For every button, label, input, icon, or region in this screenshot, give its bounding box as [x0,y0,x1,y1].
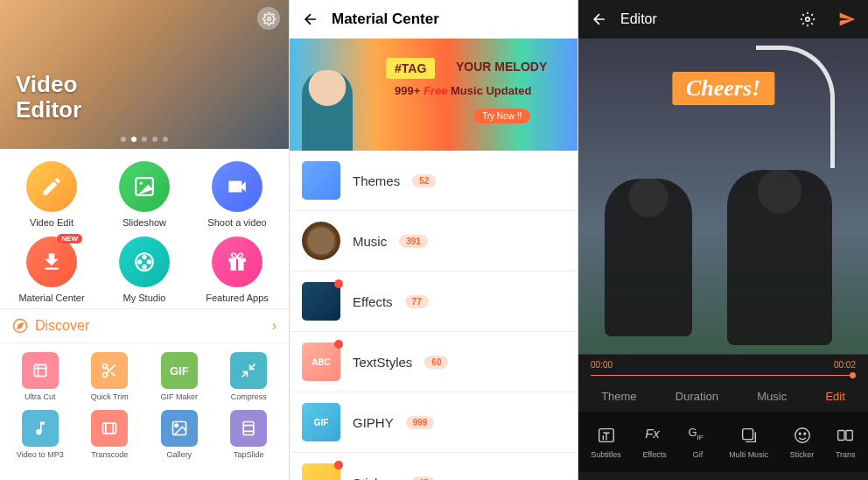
count-badge: 52 [412,174,436,187]
material-list: Themes52 Music391 Effects77 ABCTextStyle… [290,151,578,480]
icon-label: Video Edit [30,217,74,228]
count-badge: 60 [424,356,448,369]
transition-icon [836,426,855,445]
material-header: Material Center [290,0,578,39]
scissors-icon [101,362,118,379]
header-title: Material Center [332,11,439,28]
icon-label: Featured Apps [206,293,269,303]
banner-tag: #TAG [386,58,435,79]
gift-icon [226,251,248,273]
settings-button[interactable] [257,7,280,30]
back-button[interactable] [302,11,319,28]
download-icon [40,251,63,273]
svg-rect-27 [846,431,852,441]
svg-rect-10 [236,258,238,271]
compass-icon [12,318,28,334]
svg-rect-13 [34,364,46,376]
svg-point-14 [103,364,108,369]
list-item-giphy[interactable]: GIFGIPHY999 [290,392,578,453]
video-edit-button[interactable]: Video Edit [7,161,96,228]
video-to-mp3-button[interactable]: Video to MP3 [7,410,74,459]
editor-panel: Editor Cheers! 00:00 00:02 Theme Duratio… [578,0,868,480]
main-icon-grid: Video Edit Slideshow Shoot a video NEW M… [0,149,289,308]
list-item-music[interactable]: Music391 [290,211,578,272]
gif-maker-button[interactable]: GIFGIF Maker [146,352,213,401]
timeline-track[interactable] [591,375,856,376]
svg-point-20 [806,18,810,22]
list-item-stickers[interactable]: Stickers45 [290,453,578,480]
text-icon [597,426,616,445]
themes-icon [302,161,340,200]
gallery-icon [171,420,188,437]
try-now-button[interactable]: Try Now !! [473,109,530,124]
effects-button[interactable]: FxEffects [642,426,666,459]
video-preview[interactable]: Cheers! [578,39,868,354]
hero-title: Video Editor [16,72,81,122]
header-title: Editor [620,11,657,27]
compress-icon [240,362,257,379]
tab-theme[interactable]: Theme [601,390,636,403]
icon-label: Slideshow [122,217,166,228]
count-badge: 45 [411,476,435,481]
svg-point-6 [148,260,150,263]
list-item-effects[interactable]: Effects77 [290,272,578,332]
layers-icon [739,426,759,445]
quick-trim-button[interactable]: Quick Trim [77,352,144,401]
discover-row[interactable]: Discover › [0,308,289,343]
svg-point-0 [267,17,270,20]
svg-rect-26 [838,431,844,441]
list-item-textstyles[interactable]: ABCTextStyles60 [290,332,578,392]
list-item-themes[interactable]: Themes52 [290,151,578,211]
promo-banner[interactable]: #TAG YOUR MELODY 999+ Free Music Updated… [290,39,578,151]
preview-figure [605,179,692,336]
new-badge: NEW [57,234,82,244]
icon-label: Shoot a video [207,217,266,228]
discover-label: Discover [35,318,89,334]
icon-label: Material Center [18,293,84,303]
chevron-right-icon: › [272,318,276,334]
tab-duration[interactable]: Duration [676,390,718,403]
transcode-button[interactable]: Transcode [77,410,144,459]
multi-music-button[interactable]: Multi Music [729,426,768,459]
back-button[interactable] [591,11,608,28]
cut-icon [32,362,49,379]
tab-edit[interactable]: Edit [825,390,844,403]
export-button[interactable] [838,11,856,28]
svg-point-7 [143,265,145,268]
banner-melody: YOUR MELODY [456,60,547,74]
ultra-cut-button[interactable]: Ultra Cut [7,352,74,401]
svg-point-15 [103,373,108,378]
gallery-button[interactable]: Gallery [146,410,213,459]
compress-button[interactable]: Compress [216,352,283,401]
camera-icon [226,175,248,198]
arrow-left-icon [302,11,319,28]
hero-banner[interactable]: Video Editor [0,0,289,149]
svg-point-18 [175,424,178,427]
hero-pager[interactable] [121,137,168,142]
textstyles-icon: ABC [302,342,340,381]
sticker-button[interactable]: Sticker [790,426,815,459]
editor-toolbar: Subtitles FxEffects GIFGif Multi Music S… [578,412,868,471]
material-center-button[interactable]: NEW Material Center [7,236,96,303]
featured-apps-button[interactable]: Featured Apps [192,236,282,303]
subtitles-button[interactable]: Subtitles [591,426,621,459]
transition-button[interactable]: Trans [836,426,856,459]
fx-icon: Fx [645,426,664,445]
banner-subtitle: 999+ Free Music Updated [395,84,531,97]
tapslide-button[interactable]: TapSlide [216,410,283,459]
editor-tabs: Theme Duration Music Edit [578,381,868,412]
svg-point-25 [803,433,805,434]
gif-icon: GIF [688,426,707,445]
my-studio-button[interactable]: My Studio [100,236,189,303]
banner-illustration [302,70,353,151]
settings-button[interactable] [800,11,816,27]
gif-button[interactable]: GIFGif [688,426,707,459]
slideshow-button[interactable]: Slideshow [100,161,189,228]
svg-rect-22 [742,429,752,440]
material-center-panel: Material Center #TAG YOUR MELODY 999+ Fr… [289,0,578,480]
time-end: 00:02 [834,360,856,370]
shoot-video-button[interactable]: Shoot a video [192,161,282,228]
gear-icon [262,12,276,25]
tab-music[interactable]: Music [757,390,787,403]
timeline-bar: 00:00 00:02 [578,354,868,375]
